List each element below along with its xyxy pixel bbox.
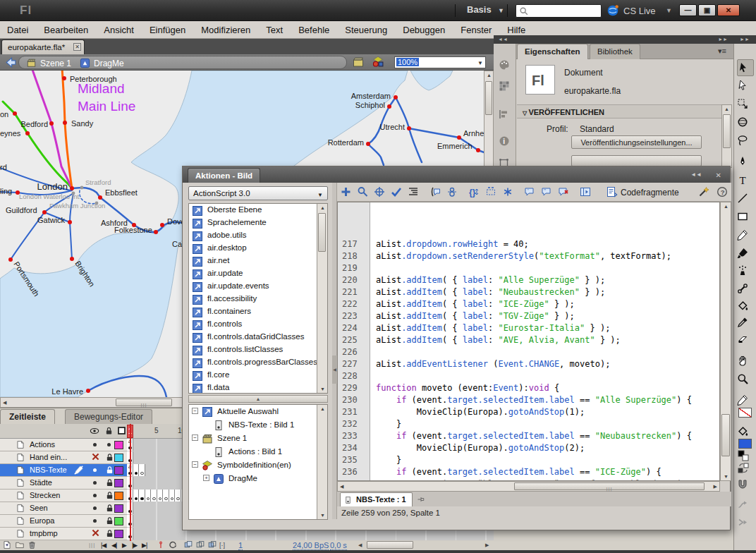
scroll-left-icon[interactable]: ◀ [3, 400, 6, 406]
actions-title-bar[interactable]: Aktionen - Bild ◄◄ ✕ [183, 166, 730, 183]
color-panel-icon[interactable] [499, 59, 510, 71]
code-hscroll-thumb[interactable]: ||| [514, 482, 705, 490]
toolbox-item-fl.accessibility[interactable]: fl.accessibility [189, 293, 327, 305]
swatches-panel-icon[interactable] [499, 80, 510, 92]
code-vscroll-thumb[interactable] [721, 414, 730, 456]
go-to-first-frame-button[interactable]: |◀ [101, 542, 106, 549]
city-dot[interactable] [49, 121, 54, 126]
toolbox-scroll-thumb[interactable] [318, 213, 326, 252]
city-dot[interactable] [476, 148, 480, 152]
panel-resize-grip[interactable]: ||| [89, 542, 95, 548]
tab-eigenschaften[interactable]: Eigenschaften [517, 44, 588, 59]
workspace-button[interactable]: Basis [467, 4, 492, 15]
frame-cell[interactable] [145, 490, 152, 502]
title-bar[interactable]: Fl Basis ▼ CS Live ▼ — ▣ ✕ [0, 0, 756, 21]
timeline-scroll-left-icon[interactable]: ◀ [358, 542, 362, 548]
layer-locked-icon[interactable] [105, 516, 114, 525]
toolbox-item-fl.controls.listClasses[interactable]: fl.controls.listClasses [189, 344, 327, 356]
fill-color-swatch[interactable] [738, 439, 752, 449]
hand-tool[interactable] [737, 353, 754, 370]
lasso-tool[interactable] [737, 133, 754, 150]
city-dot[interactable] [13, 111, 17, 116]
fill-color-tool[interactable] [737, 423, 754, 440]
eyedropper-tool[interactable] [737, 315, 754, 332]
cs-live-button[interactable]: CS Live [623, 6, 656, 16]
navigator-item-actions-bild-1[interactable]: Actions : Bild 1 [189, 445, 327, 458]
menu-steuerung[interactable]: Steuerung [345, 25, 387, 35]
layer-outline-color-swatch[interactable] [114, 441, 123, 449]
script-assist-wand-icon[interactable] [698, 186, 711, 199]
city-dot[interactable] [80, 186, 84, 190]
city-dot[interactable] [366, 142, 370, 146]
navigator-scrollbar[interactable]: ▲ ▼ [317, 405, 327, 519]
layer-outline-color-swatch[interactable] [114, 492, 123, 500]
frame-cell[interactable] [133, 490, 140, 502]
remove-comment-icon[interactable] [558, 186, 571, 199]
frame-cell[interactable] [169, 490, 176, 502]
collapse-left-pane-icon[interactable]: ◀ [332, 356, 337, 384]
layer-visible-dot[interactable] [93, 468, 97, 472]
tab-bewegungs-editor[interactable]: Bewegungs-Editor [65, 409, 152, 424]
step-forward-button[interactable]: |▶ [132, 542, 137, 549]
straighten-tool[interactable] [737, 515, 754, 532]
frame-cell[interactable] [133, 464, 140, 476]
menu-einfügen[interactable]: Einfügen [150, 25, 185, 35]
toolbox-item-Sprachelemente[interactable]: Sprachelemente [189, 217, 327, 229]
toolbox-item-fl.core[interactable]: fl.core [189, 369, 327, 382]
show-code-hint-icon[interactable] [429, 186, 442, 199]
menu-datei[interactable]: Datei [7, 25, 28, 35]
dock-collapse-bar[interactable]: ◄◄ ►► [494, 35, 733, 44]
scroll-up-icon[interactable]: ▲ [724, 107, 729, 111]
expand-all-icon[interactable] [502, 186, 515, 199]
publish-settings-button[interactable]: Veröffentlichungseinstellungen... [571, 135, 702, 149]
loop-playback-icon[interactable] [168, 540, 178, 549]
onion-skin-icon[interactable] [183, 540, 193, 549]
scroll-down-icon[interactable]: ▼ [724, 474, 728, 479]
collapse-icon[interactable]: − [192, 408, 198, 414]
city-dot[interactable] [70, 186, 74, 190]
city-dot[interactable] [63, 121, 67, 125]
toolbox-item-air.net[interactable]: air.net [189, 255, 327, 267]
frame-cell[interactable] [139, 490, 145, 502]
panel-close-icon[interactable]: ✕ [716, 171, 721, 179]
city-dot[interactable] [407, 126, 411, 130]
selection-tool[interactable] [737, 59, 754, 76]
layer-outline-color-swatch[interactable] [114, 454, 123, 462]
help-icon[interactable]: ? [717, 186, 729, 199]
layer-outline-color-swatch[interactable] [114, 530, 123, 538]
stroke-color-swatch[interactable] [738, 408, 752, 418]
city-dot[interactable] [62, 76, 66, 80]
breadcrumb-symbol[interactable]: DragMe [94, 59, 124, 68]
actions-panel-tab[interactable]: Aktionen - Bild [188, 168, 260, 183]
menu-fenster[interactable]: Fenster [461, 25, 492, 35]
city-dot[interactable] [8, 257, 13, 262]
toolbox-item-fl.controls.dataGridClasses[interactable]: fl.controls.dataGridClasses [189, 331, 327, 344]
navigator-item-nbs-texte-bild-1[interactable]: NBS-Texte : Bild 1 [189, 418, 327, 432]
toolbox-item-air.update[interactable]: air.update [189, 267, 327, 280]
edit-scene-icon[interactable] [353, 56, 365, 68]
info-panel-icon[interactable]: i [499, 135, 510, 147]
menu-ansicht[interactable]: Ansicht [104, 25, 134, 35]
subselection-tool[interactable] [737, 78, 754, 95]
navigator-item-aktuelle-auswahl[interactable]: −Aktuelle Auswahl [189, 405, 327, 418]
scroll-right-icon[interactable]: ▶ [714, 484, 717, 490]
pen-tool[interactable] [737, 154, 754, 171]
toolbox-item-air.desktop[interactable]: air.desktop [189, 242, 327, 255]
toolbox-splitter[interactable]: ▲ [188, 395, 328, 403]
find-icon[interactable] [357, 186, 370, 199]
new-folder-icon[interactable] [15, 540, 25, 549]
auto-format-icon[interactable] [408, 186, 420, 199]
new-layer-icon[interactable] [2, 540, 12, 549]
zoom-level-select[interactable]: 100% ▼ [394, 56, 486, 68]
tab-bibliothek[interactable]: Bibliothek [590, 44, 640, 59]
current-frame-value[interactable]: 1 [238, 541, 243, 550]
playhead-line[interactable] [130, 424, 131, 541]
collapse-between-braces-icon[interactable]: {} [468, 186, 481, 199]
frame-cell[interactable] [163, 490, 169, 502]
document-close-icon[interactable]: ✕ [73, 43, 81, 51]
cs-live-arrow-icon[interactable]: ▼ [666, 7, 672, 14]
edit-multiple-frames-icon[interactable] [207, 540, 217, 549]
bone-tool[interactable] [737, 281, 754, 298]
layer-visible-dot[interactable] [93, 494, 97, 497]
frame-cell[interactable] [151, 490, 157, 502]
